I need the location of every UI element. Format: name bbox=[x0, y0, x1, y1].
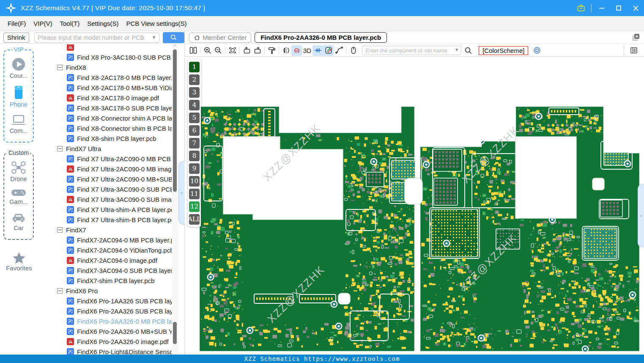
member-center-button[interactable]: Member Center bbox=[189, 33, 251, 43]
layer-button[interactable]: 7 bbox=[189, 138, 200, 148]
layer-button[interactable]: 1 bbox=[189, 62, 200, 72]
search-button[interactable] bbox=[163, 32, 184, 43]
scrollbar-thumb[interactable] bbox=[173, 50, 177, 192]
document-tab[interactable]: FindX6 Pro-2AA326-0 MB PCB layer.pcb bbox=[255, 32, 387, 43]
tree-row[interactable]: Find X7 Ultra-3AC090-0 SUB image bbox=[38, 194, 172, 204]
3d-view-button[interactable]: 3D bbox=[302, 47, 312, 54]
tree-row[interactable]: FindX6 Pro-2AA326 SUB PCB layer. bbox=[38, 306, 172, 316]
layer-button[interactable]: 2 bbox=[189, 74, 200, 85]
rotate-left-icon[interactable] bbox=[241, 45, 252, 56]
tree-row[interactable]: FindX7 bbox=[38, 225, 172, 235]
chevron-down-icon[interactable]: ▼ bbox=[152, 35, 156, 40]
diode-icon[interactable] bbox=[312, 45, 323, 56]
tree-row[interactable]: Find X7 Ultra-3AC090-0 SUB PCB la bbox=[38, 184, 172, 194]
tree-row[interactable]: FindX6 Pro-2AA326-0 MB+SUB YiD bbox=[38, 326, 172, 336]
probe-measure-icon[interactable] bbox=[323, 45, 334, 56]
rail-item[interactable]: Drone bbox=[4, 160, 33, 182]
pcb-board-view[interactable]: XZZ@XZZHKXZZ@XZZHKXZZ@XZZHKXZZ@XZZHK bbox=[185, 57, 644, 355]
close-all-tabs-icon[interactable] bbox=[631, 33, 641, 42]
tree-row[interactable]: Find X7 Ultra-shim-B PCB layer.pcb bbox=[38, 214, 172, 225]
layer-button[interactable]: 9 bbox=[189, 163, 200, 174]
tree-row[interactable]: FindX6 Pro-Light&Distance Sensor bbox=[38, 346, 172, 355]
tree-row[interactable]: FindX7 Ultra bbox=[38, 143, 172, 154]
app-logo-icon bbox=[5, 3, 16, 14]
collapse-expander-icon[interactable] bbox=[57, 227, 63, 233]
license-briefcase-icon[interactable] bbox=[573, 0, 589, 16]
menu-item[interactable]: Settings(S) bbox=[87, 20, 118, 27]
tree-row[interactable]: Find X8-2AC178-0 MB PCB layer.pc bbox=[38, 72, 172, 82]
layer-button[interactable]: 6 bbox=[189, 125, 200, 136]
layer-button[interactable]: 5 bbox=[189, 113, 200, 123]
favorites-item[interactable]: Favorites bbox=[0, 252, 38, 272]
scrollbar-thumb[interactable] bbox=[173, 322, 177, 344]
tree-row[interactable]: Find X7 Ultra-2AC090-0 MB+SUB Y bbox=[38, 174, 172, 184]
paint-roller-icon[interactable] bbox=[266, 45, 277, 56]
menu-item[interactable]: File(F) bbox=[8, 20, 26, 27]
net-search-icon[interactable] bbox=[463, 45, 474, 56]
tree-row[interactable]: FindX6 Pro bbox=[38, 286, 172, 296]
rail-item[interactable]: Com... bbox=[4, 114, 33, 134]
mouse-settings-icon[interactable] bbox=[348, 45, 359, 56]
layer-button[interactable]: ALL bbox=[189, 214, 200, 225]
lamp-icon[interactable] bbox=[291, 45, 302, 56]
tree-row[interactable]: Find X8-shim PCB layer.pcb bbox=[38, 133, 172, 143]
split-view-icon[interactable] bbox=[188, 45, 198, 56]
tree-row[interactable]: Find X8-Connector shim B PCB lay bbox=[38, 123, 172, 133]
rail-item[interactable]: Cour... bbox=[4, 57, 33, 79]
layer-panel-icon[interactable] bbox=[628, 45, 639, 56]
eye-visibility-icon[interactable] bbox=[532, 45, 542, 56]
tree-row[interactable]: Find X8-3AC178-0 SUB PCB layer.p bbox=[38, 103, 172, 113]
layer-button[interactable]: 3 bbox=[189, 87, 200, 98]
menu-item[interactable]: VIP(V) bbox=[33, 20, 52, 27]
minimize-button[interactable] bbox=[593, 0, 610, 16]
tree-row[interactable]: FindX8 bbox=[38, 62, 172, 72]
rotate-right-icon[interactable] bbox=[252, 45, 263, 56]
panel-collapse-handle[interactable]: ‹ bbox=[178, 161, 185, 225]
tree-scrollbar[interactable]: ˇ bbox=[172, 44, 178, 355]
menu-item[interactable]: Tool(T) bbox=[60, 20, 80, 27]
tree-row[interactable]: Find X8-2AC178-0 image.pdf bbox=[38, 93, 172, 103]
tree-row[interactable] bbox=[38, 44, 172, 52]
layer-button[interactable]: 8 bbox=[189, 151, 200, 161]
close-button[interactable] bbox=[627, 0, 644, 16]
layer-button[interactable]: 12 bbox=[189, 201, 200, 212]
pcb-canvas[interactable]: XZZ@XZZHKXZZ@XZZHKXZZ@XZZHKXZZ@XZZHK 123… bbox=[185, 57, 644, 355]
fit-view-icon[interactable] bbox=[227, 45, 238, 56]
collapse-expander-icon[interactable] bbox=[57, 146, 63, 151]
tree-row[interactable]: FindX7-2AC094-0 image.pdf bbox=[38, 255, 172, 265]
zoom-in-icon[interactable] bbox=[202, 45, 213, 56]
rail-item[interactable]: Car bbox=[4, 211, 33, 231]
tree-row[interactable]: FindX7-2AC094-0 YiDianTong.pcb bbox=[38, 245, 172, 255]
layer-button[interactable]: 11 bbox=[189, 189, 200, 199]
tree-row[interactable]: FindX7-shim PCB layer.pcb bbox=[38, 275, 172, 286]
right-panel-collapse-handle[interactable]: ‹ bbox=[638, 184, 644, 248]
model-search-input[interactable] bbox=[35, 33, 159, 42]
tree-row[interactable]: FindX6 Pro-2AA326-0 MB PCB laye bbox=[38, 316, 172, 326]
chevron-down-icon[interactable]: ▼ bbox=[455, 47, 459, 52]
zoom-out-icon[interactable] bbox=[213, 45, 223, 56]
tree-row[interactable]: Find X7 Ultra-2AC090-0 MB PCB la bbox=[38, 154, 172, 164]
tree-row[interactable]: Find X8-2AC178-0 MB+SUB YiDian bbox=[38, 82, 172, 93]
layer-button[interactable]: 4 bbox=[189, 100, 200, 110]
menu-item[interactable]: PCB View settings(S) bbox=[126, 20, 186, 27]
tree-row[interactable]: FindX7-2AC094-0 MB PCB layer.pc bbox=[38, 235, 172, 245]
rail-item[interactable]: Phone bbox=[4, 85, 33, 108]
tree-row[interactable]: Find X8-Connector shim A PCB lay bbox=[38, 113, 172, 123]
tree-row[interactable]: Find X8 Pro-3AC180-0 SUB PCB lay bbox=[38, 52, 172, 62]
net-search-input[interactable] bbox=[362, 46, 461, 55]
curve-trace-icon[interactable] bbox=[334, 45, 344, 56]
scroll-up-icon[interactable]: ˇ bbox=[172, 45, 178, 50]
shrink-button[interactable]: Shrink bbox=[3, 33, 29, 43]
collapse-expander-icon[interactable] bbox=[57, 288, 63, 294]
tree-row[interactable]: FindX6 Pro-1AA326 SUB PCB layer. bbox=[38, 296, 172, 306]
color-scheme-button[interactable]: [ColorScheme] bbox=[479, 46, 528, 55]
tree-row[interactable]: FindX7-3AC094-0 SUB PCB layer.pc bbox=[38, 265, 172, 275]
rail-item[interactable]: Gam... bbox=[4, 188, 33, 205]
mirror-flip-icon[interactable] bbox=[281, 45, 291, 56]
maximize-button[interactable] bbox=[610, 0, 627, 16]
layer-button[interactable]: 10 bbox=[189, 176, 200, 187]
tree-row[interactable]: FindX6 Pro-2AA326-0 image.pdf bbox=[38, 336, 172, 346]
collapse-expander-icon[interactable] bbox=[57, 65, 63, 70]
tree-row[interactable]: Find X7 Ultra-2AC090-0 MB image bbox=[38, 164, 172, 174]
tree-row[interactable]: Find X7 Ultra-shim-A PCB layer.pcb bbox=[38, 204, 172, 214]
